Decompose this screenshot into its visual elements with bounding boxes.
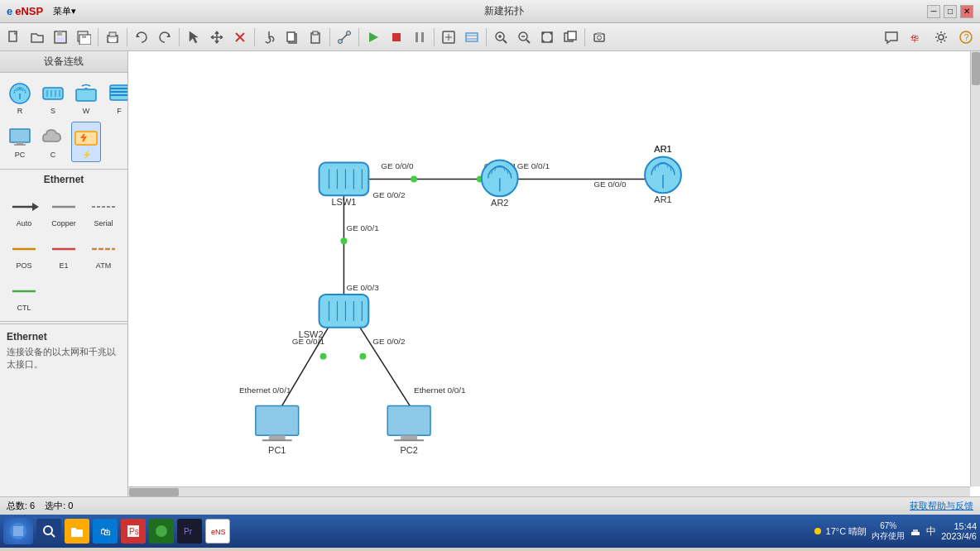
pan-button[interactable]: [206, 26, 228, 48]
taskbar-file-explorer[interactable]: [65, 519, 89, 544]
taskbar-app4[interactable]: [149, 519, 174, 544]
taskbar: 🛍 Ps Pr eNSP 17°C 晴朗 67% 内存使用 中: [0, 515, 980, 548]
help-link[interactable]: 获取帮助与反馈: [910, 500, 973, 512]
device-switch[interactable]: S: [38, 78, 68, 118]
svg-marker-51: [32, 203, 39, 211]
cloud-label: C: [50, 151, 56, 159]
capture-button[interactable]: [588, 26, 610, 48]
scrollbar-horizontal[interactable]: [128, 486, 970, 496]
sep3: [179, 28, 180, 46]
cut-button[interactable]: [258, 26, 280, 48]
network-diagram: GE 0/0/0 GE 0/0/2 GE 0/0/1 GE 0/0/1 GE 0…: [128, 51, 980, 496]
statusbar: 总数: 6 选中: 0 获取帮助与反馈: [0, 496, 980, 515]
selected-count: 选中: 0: [45, 500, 73, 512]
start-button[interactable]: [3, 518, 33, 544]
copper-label: Copper: [51, 219, 76, 228]
svg-text:?: ?: [964, 32, 969, 42]
minimize-button[interactable]: ─: [927, 5, 940, 18]
svg-point-31: [939, 35, 944, 40]
device-pc[interactable]: PC: [5, 122, 35, 162]
saveall-button[interactable]: [73, 26, 94, 48]
canvas-area[interactable]: GE 0/0/0 GE 0/0/2 GE 0/0/1 GE 0/0/1 GE 0…: [128, 51, 980, 496]
svg-rect-18: [416, 32, 418, 42]
pause-button[interactable]: [409, 26, 430, 48]
sim-button[interactable]: [438, 26, 459, 48]
svg-rect-99: [913, 529, 918, 533]
svg-point-28: [598, 36, 602, 40]
svg-rect-73: [319, 295, 369, 328]
toolbar: 华 ?: [0, 23, 980, 51]
e1-cable-icon: [49, 237, 79, 261]
titlebar: eeNSP 菜单▾ 新建拓扑 ─ □ ✕: [0, 0, 980, 23]
chat-button[interactable]: [881, 26, 902, 48]
svg-text:LSW2: LSW2: [299, 329, 324, 339]
taskbar-ensp[interactable]: eNSP: [205, 519, 230, 544]
svg-rect-59: [319, 163, 369, 196]
scrollbar-vertical[interactable]: [970, 51, 980, 486]
cable-ctl[interactable]: CTL: [5, 276, 43, 316]
cable-atm[interactable]: ATM: [84, 233, 122, 274]
copper-cable-icon: [49, 195, 79, 218]
help-button[interactable]: ?: [955, 26, 977, 48]
taskbar-left: 🛍 Ps Pr eNSP: [3, 518, 230, 544]
restore-button[interactable]: □: [944, 5, 957, 18]
fit-button[interactable]: [536, 26, 558, 48]
close-button[interactable]: ✕: [960, 5, 973, 18]
taskbar-app3[interactable]: Ps: [121, 519, 146, 544]
sidebar: 设备连线 R S W: [0, 51, 128, 496]
delete-button[interactable]: [229, 26, 251, 48]
tray-date: 2023/4/6: [941, 531, 977, 541]
select-button[interactable]: [183, 26, 204, 48]
cable-auto[interactable]: Auto: [5, 191, 43, 232]
svg-rect-17: [392, 33, 401, 41]
taskbar-search[interactable]: [36, 519, 61, 544]
taskbar-ms-store[interactable]: 🛍: [93, 519, 118, 544]
label-lsw1-ge001: GE 0/0/1: [346, 223, 379, 232]
paste-button[interactable]: [305, 26, 326, 48]
undo-button[interactable]: [131, 26, 152, 48]
titlebar-left: eeNSP 菜单▾: [7, 3, 81, 19]
zoom-in-button[interactable]: [490, 26, 512, 48]
window-button[interactable]: [560, 26, 581, 48]
tray-time: 15:44: [941, 521, 977, 531]
atm-label: ATM: [96, 261, 111, 270]
new-button[interactable]: [3, 26, 25, 48]
cable-serial[interactable]: Serial: [84, 191, 122, 232]
collect-button[interactable]: [461, 26, 483, 48]
switch-icon: [41, 81, 65, 106]
link-button[interactable]: [334, 26, 355, 48]
redo-button[interactable]: [154, 26, 175, 48]
tray-lang: 中: [926, 525, 936, 539]
cable-copper[interactable]: Copper: [45, 191, 83, 232]
svg-text:🛍: 🛍: [100, 525, 111, 538]
device-power[interactable]: ⚡: [71, 122, 101, 162]
wireless-icon: [74, 81, 98, 106]
settings-button[interactable]: [930, 26, 952, 48]
serial-label: Serial: [94, 219, 113, 228]
label-ar2-to-ar1: GE 0/0/1: [517, 161, 550, 170]
copy-button[interactable]: [281, 26, 303, 48]
ethernet-category: Ethernet: [0, 171, 127, 188]
sep2: [127, 28, 127, 46]
device-firewall[interactable]: F: [104, 78, 128, 118]
svg-text:AR1: AR1: [654, 194, 671, 204]
device-router[interactable]: R: [5, 78, 35, 118]
zoom-out-button[interactable]: [513, 26, 535, 48]
switch-label: S: [50, 107, 55, 115]
cable-e1[interactable]: E1: [45, 233, 83, 274]
start-button[interactable]: [363, 26, 384, 48]
save-button[interactable]: [50, 26, 71, 48]
svg-rect-21: [466, 33, 478, 41]
stop-button[interactable]: [386, 26, 407, 48]
window-title: 新建拓扑: [484, 4, 524, 18]
scrollbar-thumb-v[interactable]: [972, 52, 980, 85]
device-wireless[interactable]: W: [71, 78, 101, 118]
menu-button[interactable]: 菜单▾: [48, 3, 81, 19]
print-button[interactable]: [102, 26, 123, 48]
taskbar-premiere[interactable]: Pr: [177, 519, 202, 544]
cable-pos[interactable]: POS: [5, 233, 43, 274]
device-cloud[interactable]: C: [38, 122, 68, 162]
open-button[interactable]: [26, 26, 48, 48]
svg-rect-26: [568, 31, 576, 40]
scrollbar-thumb-h[interactable]: [129, 488, 179, 496]
